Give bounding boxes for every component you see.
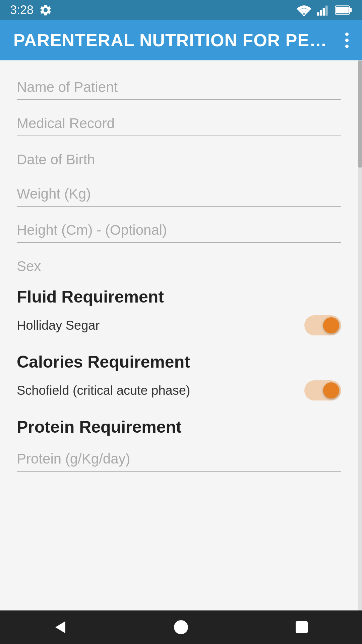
svg-rect-1 <box>317 12 319 16</box>
protein-separator <box>17 442 341 445</box>
calories-toggle-row: Schofield (critical acute phase) <box>17 377 341 407</box>
app-title: PARENTERAL NUTRITION FOR PEDI... <box>13 30 345 50</box>
home-icon <box>171 617 191 637</box>
scrollbar-thumb[interactable] <box>358 60 362 168</box>
svg-marker-8 <box>55 621 65 633</box>
name-input[interactable] <box>17 74 341 100</box>
svg-rect-2 <box>320 10 322 16</box>
fluid-section: Fluid Requirement Holliday Segar <box>17 287 341 342</box>
nav-home-button[interactable] <box>171 617 191 637</box>
more-options-button[interactable] <box>345 33 349 48</box>
status-right <box>296 4 352 16</box>
svg-rect-7 <box>336 7 349 13</box>
height-input[interactable] <box>17 217 341 243</box>
recents-icon <box>292 617 312 637</box>
sex-field-group: Sex <box>17 253 341 277</box>
protein-section: Protein Requirement <box>17 417 341 472</box>
calories-title: Calories Requirement <box>17 352 341 372</box>
calories-section: Calories Requirement Schofield (critical… <box>17 352 341 407</box>
calories-toggle-label: Schofield (critical acute phase) <box>17 383 190 398</box>
dob-field-group: Date of Birth <box>17 146 341 170</box>
nav-back-button[interactable] <box>50 617 70 637</box>
medical-record-field-group <box>17 110 341 136</box>
form-content: Date of Birth Sex Fluid Requirement Holl… <box>0 60 358 495</box>
more-dot-2 <box>345 39 349 42</box>
fluid-toggle-knob <box>323 317 339 333</box>
fluid-title: Fluid Requirement <box>17 287 341 307</box>
svg-rect-3 <box>323 8 325 15</box>
fluid-toggle-row: Holliday Segar <box>17 312 341 342</box>
svg-rect-6 <box>350 8 352 12</box>
app-bar: PARENTERAL NUTRITION FOR PEDI... <box>0 20 362 60</box>
height-field-group <box>17 217 341 243</box>
weight-field-group <box>17 180 341 207</box>
status-bar: 3:28 <box>0 0 362 20</box>
medical-record-input[interactable] <box>17 110 341 136</box>
more-dot-3 <box>345 45 349 48</box>
name-field-group <box>17 74 341 100</box>
calories-toggle-knob <box>323 382 339 398</box>
protein-input[interactable] <box>17 445 341 472</box>
nav-recents-button[interactable] <box>292 617 312 637</box>
settings-icon <box>39 3 52 17</box>
wifi-icon <box>296 4 312 16</box>
signal-icon <box>317 4 330 16</box>
battery-icon <box>335 5 352 15</box>
scrollbar[interactable] <box>358 60 362 610</box>
svg-point-0 <box>303 14 305 16</box>
scroll-container: Date of Birth Sex Fluid Requirement Holl… <box>0 60 362 610</box>
status-left: 3:28 <box>10 3 52 17</box>
fluid-toggle[interactable] <box>304 315 341 335</box>
weight-input[interactable] <box>17 180 341 207</box>
more-dot-1 <box>345 33 349 36</box>
svg-point-9 <box>174 620 188 634</box>
calories-toggle[interactable] <box>304 380 341 400</box>
status-time: 3:28 <box>10 3 34 17</box>
fluid-toggle-label: Holliday Segar <box>17 318 100 333</box>
bottom-nav <box>0 610 362 644</box>
svg-rect-4 <box>325 6 328 16</box>
dob-label: Date of Birth <box>17 146 341 170</box>
protein-title: Protein Requirement <box>17 417 341 437</box>
back-icon <box>50 617 70 637</box>
sex-label: Sex <box>17 253 341 277</box>
svg-rect-10 <box>296 621 308 633</box>
